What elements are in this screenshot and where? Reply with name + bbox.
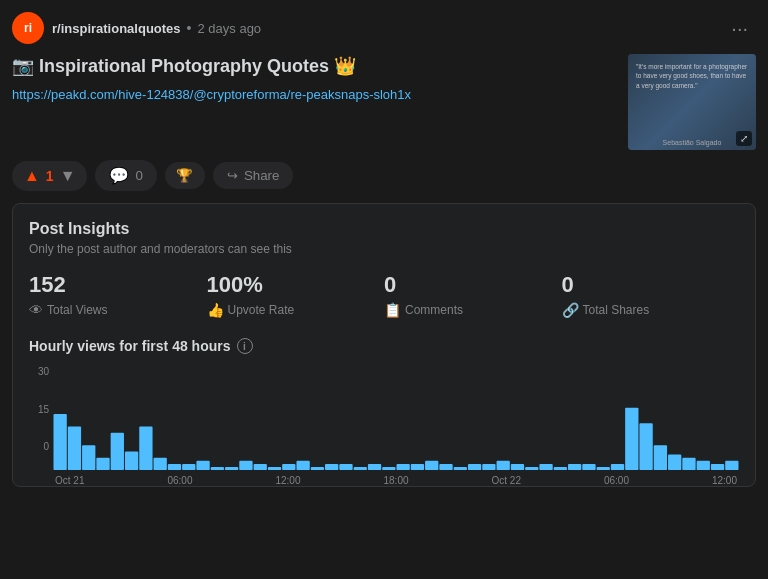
thumbnail-author: Sebastião Salgado [632, 139, 752, 146]
chart-bar [154, 458, 167, 471]
stat-item: 100% 👍 Upvote Rate [207, 272, 385, 318]
more-options-button[interactable]: ··· [723, 13, 756, 44]
insights-title: Post Insights [29, 220, 739, 238]
chart-bar [53, 414, 66, 470]
award-button[interactable]: 🏆 [165, 162, 205, 189]
post-time: 2 days ago [197, 21, 261, 36]
avatar: ri [12, 12, 44, 44]
stat-item: 0 🔗 Total Shares [562, 272, 740, 318]
y-axis-labels: 30150 [29, 366, 49, 470]
chart-bar [568, 464, 581, 470]
x-label: 12:00 [712, 475, 737, 486]
chart-bar [497, 461, 510, 470]
downvote-button[interactable]: ▼ [60, 167, 76, 185]
x-axis-labels: Oct 2106:0012:0018:00Oct 2206:0012:00 [53, 475, 739, 486]
chart-bar [597, 467, 610, 470]
chart-bar [196, 461, 209, 470]
chart-bar [368, 464, 381, 470]
chart-section: Hourly views for first 48 hours i 30150 … [29, 338, 739, 470]
chart-bar [211, 467, 224, 470]
insights-card: Post Insights Only the post author and m… [12, 203, 756, 487]
chart-bar [254, 464, 267, 470]
x-label: Oct 21 [55, 475, 84, 486]
vote-count: 1 [46, 168, 54, 184]
chart-bar [139, 426, 152, 470]
chart-bar [725, 461, 738, 470]
subreddit-name[interactable]: r/inspirationalquotes [52, 21, 181, 36]
chart-bar [654, 445, 667, 470]
expand-icon[interactable]: ⤢ [736, 131, 752, 146]
chart-bar [382, 467, 395, 470]
chart-bar [611, 464, 624, 470]
chart-bar [454, 467, 467, 470]
chart-bar [668, 455, 681, 471]
info-icon[interactable]: i [237, 338, 253, 354]
chart-bar [268, 467, 281, 470]
chart-bar [539, 464, 552, 470]
chart-bar [296, 461, 309, 470]
subreddit-info: r/inspirationalquotes • 2 days ago [52, 20, 261, 36]
post-header: ri r/inspirationalquotes • 2 days ago ··… [12, 12, 756, 44]
chart-bar [325, 464, 338, 470]
chart-bar [582, 464, 595, 470]
bar-chart [53, 366, 739, 470]
chart-bar [168, 464, 181, 470]
stat-label-text: Comments [405, 303, 463, 317]
stat-label-text: Total Views [47, 303, 107, 317]
chart-bar [311, 467, 324, 470]
action-bar: ▲ 1 ▼ 💬 0 🏆 ↪ Share [12, 160, 756, 191]
stat-icon: 👍 [207, 302, 224, 318]
share-button[interactable]: ↪ Share [213, 162, 294, 189]
chart-bar [711, 464, 724, 470]
chart-bar [439, 464, 452, 470]
chart-wrapper: 30150 Oct 2106:0012:0018:00Oct 2206:0012… [29, 366, 739, 470]
stat-label: 🔗 Total Shares [562, 302, 740, 318]
chart-bar [697, 461, 710, 470]
comment-count: 0 [135, 168, 142, 183]
chart-bar [639, 423, 652, 470]
chart-bar [425, 461, 438, 470]
chart-bar [225, 467, 238, 470]
stat-icon: 📋 [384, 302, 401, 318]
thumbnail-quote-text: "It's more important for a photographer … [636, 62, 748, 90]
upvote-button[interactable]: ▲ [24, 167, 40, 185]
chart-bar [468, 464, 481, 470]
y-label: 30 [38, 366, 49, 377]
award-icon: 🏆 [176, 168, 193, 183]
chart-bar [396, 464, 409, 470]
stats-row: 152 👁 Total Views 100% 👍 Upvote Rate 0 📋… [29, 272, 739, 318]
chart-bar [96, 458, 109, 471]
chart-title: Hourly views for first 48 hours i [29, 338, 739, 354]
chart-bar [354, 467, 367, 470]
x-label: Oct 22 [492, 475, 521, 486]
chart-bar [682, 458, 695, 471]
y-label: 15 [38, 404, 49, 415]
stat-value: 100% [207, 272, 385, 298]
stat-label-text: Upvote Rate [228, 303, 295, 317]
stat-label: 📋 Comments [384, 302, 562, 318]
stat-value: 0 [562, 272, 740, 298]
chart-bar [554, 467, 567, 470]
x-label: 06:00 [167, 475, 192, 486]
chart-bar [82, 445, 95, 470]
chart-bar [525, 467, 538, 470]
chart-bar [411, 464, 424, 470]
y-label: 0 [43, 441, 49, 452]
x-label: 12:00 [275, 475, 300, 486]
thumbnail[interactable]: "It's more important for a photographer … [628, 54, 756, 150]
post-header-left: ri r/inspirationalquotes • 2 days ago [12, 12, 261, 44]
stat-value: 152 [29, 272, 207, 298]
chart-bar [182, 464, 195, 470]
comment-button[interactable]: 💬 0 [95, 160, 156, 191]
chart-bar [511, 464, 524, 470]
vote-section[interactable]: ▲ 1 ▼ [12, 161, 87, 191]
chart-bar [111, 433, 124, 471]
chart-bar [625, 408, 638, 471]
stat-value: 0 [384, 272, 562, 298]
share-icon: ↪ [227, 168, 238, 183]
stat-icon: 👁 [29, 302, 43, 318]
stat-item: 0 📋 Comments [384, 272, 562, 318]
insights-subtitle: Only the post author and moderators can … [29, 242, 739, 256]
chart-title-text: Hourly views for first 48 hours [29, 338, 231, 354]
stat-label: 👍 Upvote Rate [207, 302, 385, 318]
